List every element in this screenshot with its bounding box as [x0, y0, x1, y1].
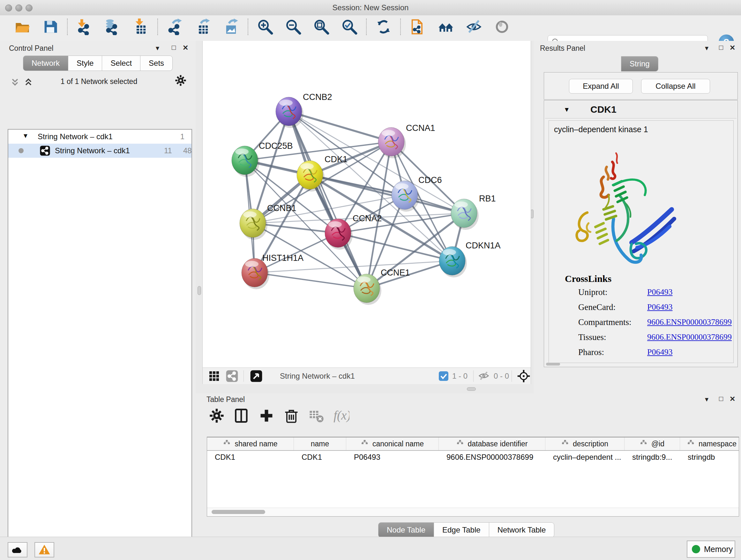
expand-all-networks-button[interactable] — [23, 77, 34, 87]
table-panel-close-icon[interactable]: ✕ — [730, 395, 735, 403]
cloud-sync-button[interactable] — [8, 542, 27, 557]
expand-all-button[interactable]: Expand All — [569, 79, 633, 94]
delete-column-button[interactable] — [283, 408, 300, 424]
import-network-file-button[interactable] — [76, 18, 93, 35]
zoom-fit-icon — [313, 18, 330, 35]
network-node-RB1[interactable]: RB1 — [451, 194, 496, 230]
import-table-file-button[interactable] — [132, 18, 149, 35]
table-panel-title: Table Panel — [206, 395, 245, 404]
zoom-selected-icon — [341, 18, 358, 35]
open-file-button[interactable] — [14, 18, 30, 35]
hidden-count-eye[interactable] — [478, 370, 490, 382]
left-split-divider[interactable] — [196, 41, 202, 384]
tab-select[interactable]: Select — [102, 56, 140, 71]
column-header-database-identifier[interactable]: database identifier — [439, 437, 545, 450]
show-columns-button[interactable] — [233, 408, 250, 424]
table-row[interactable]: CDK1CDK1P064939606.ENSP00000378699cyclin… — [207, 451, 739, 463]
import-network-database-button[interactable] — [105, 18, 121, 35]
control-panel-float-icon[interactable]: □ — [172, 44, 176, 52]
network-tree: ▼ String Network – cdk1 1 String Network… — [8, 129, 192, 560]
birdseye-view-button[interactable] — [250, 370, 263, 382]
crosslink-compartments-link[interactable]: 9606.ENSP00000378699 — [647, 317, 732, 327]
zoom-in-button[interactable] — [257, 18, 273, 35]
table-panel-float-icon[interactable]: □ — [719, 395, 723, 403]
control-panel-menu-icon[interactable]: ▾ — [156, 44, 159, 52]
table-cell: cyclin–dependent ... — [545, 451, 624, 463]
gene-collapse-triangle-icon[interactable]: ▼ — [563, 106, 570, 113]
fit-selected-button[interactable] — [517, 369, 531, 383]
column-header-description[interactable]: description — [545, 437, 624, 450]
show-all-button[interactable] — [494, 18, 510, 35]
network-view-canvas[interactable]: CCNB2CCNA1CDC25BCDK1CDC6RB1CCNB1CCNA2CDK… — [202, 41, 531, 368]
export-network-button[interactable] — [166, 18, 183, 35]
toolbar-group — [166, 18, 239, 35]
network-node-CDKN1A[interactable]: CDKN1A — [439, 241, 501, 277]
network-node-CCNE1[interactable]: CCNE1 — [354, 268, 410, 305]
results-panel-close-icon[interactable]: ✕ — [730, 44, 735, 52]
horizontal-split-divider[interactable] — [196, 384, 534, 393]
control-panel: Control Panel ▾ □ ✕ NetworkStyleSelectSe… — [0, 41, 196, 537]
import-table-file-icon — [132, 18, 149, 35]
grid-view-button[interactable] — [208, 370, 220, 382]
table-panel-menu-icon[interactable]: ▾ — [705, 395, 709, 403]
column-header--id[interactable]: @id — [624, 437, 680, 450]
column-header-namespace[interactable]: namespace — [680, 437, 739, 450]
results-panel-menu-icon[interactable]: ▾ — [705, 44, 709, 52]
left-divider-handle[interactable] — [198, 286, 201, 295]
add-column-button[interactable] — [258, 408, 275, 424]
zoom-fit-button[interactable] — [313, 18, 330, 35]
horizontal-divider-handle[interactable] — [467, 387, 476, 391]
network-row-selected[interactable]: String Network – cdk1 11 48 — [8, 144, 192, 158]
network-collection-row[interactable]: ▼ String Network – cdk1 1 — [8, 130, 192, 144]
tab-edge-table[interactable]: Edge Table — [434, 522, 489, 538]
column-header-shared-name[interactable]: shared name — [207, 437, 294, 450]
table-hscrollbar[interactable] — [207, 508, 739, 516]
zoom-out-button[interactable] — [285, 18, 301, 35]
import-network-file-icon — [76, 18, 93, 35]
results-hscroll-thumb[interactable] — [546, 363, 560, 366]
control-panel-tabs: NetworkStyleSelectSets — [23, 56, 173, 71]
new-network-from-selection-button[interactable] — [409, 18, 426, 35]
crosslink-uniprot-link[interactable]: P06493 — [647, 287, 672, 297]
tab-node-table[interactable]: Node Table — [378, 522, 434, 538]
network-view-toolbar: String Network – cdk1 1 - 0 0 - 0 — [202, 368, 531, 384]
selected-count-checkbox[interactable] — [439, 371, 448, 381]
tab-sets[interactable]: Sets — [140, 56, 173, 71]
column-header-canonical-name[interactable]: canonical name — [346, 437, 439, 450]
crosslink-tissues-link[interactable]: 9606.ENSP00000378699 — [647, 332, 732, 342]
save-session-button[interactable] — [42, 18, 59, 35]
current-network-dot-icon — [18, 148, 23, 153]
table-hscroll-thumb[interactable] — [212, 510, 265, 514]
network-node-CDC25B[interactable]: CDC25B — [232, 141, 293, 177]
collection-expand-triangle-icon[interactable]: ▼ — [22, 132, 29, 139]
crosslink-genecard-link[interactable]: P06493 — [647, 302, 672, 312]
tab-network-table[interactable]: Network Table — [489, 522, 555, 538]
table-settings-gear-button[interactable] — [208, 408, 225, 424]
node-label: CDK1 — [325, 154, 347, 164]
refresh-view-button[interactable] — [375, 18, 392, 35]
network-node-CCNA1[interactable]: CCNA1 — [378, 123, 435, 159]
right-divider-handle[interactable] — [531, 209, 534, 219]
column-header-name[interactable]: name — [294, 437, 346, 450]
results-panel-float-icon[interactable]: □ — [719, 44, 723, 52]
first-neighbors-button[interactable] — [437, 18, 454, 35]
memory-button[interactable]: Memory — [687, 541, 735, 558]
toolbar-separator — [157, 18, 158, 35]
collapse-all-networks-button[interactable] — [10, 77, 20, 87]
tab-style[interactable]: Style — [68, 56, 102, 71]
tab-string[interactable]: String — [621, 56, 658, 71]
network-view-mode-button[interactable] — [226, 370, 239, 382]
warnings-button[interactable] — [35, 542, 54, 557]
hide-selected-button[interactable] — [466, 18, 482, 35]
tab-network[interactable]: Network — [23, 56, 68, 71]
collapse-all-button[interactable]: Collapse All — [641, 79, 710, 94]
zoom-selected-button[interactable] — [341, 18, 358, 35]
export-table-button[interactable] — [195, 18, 211, 35]
collection-label: String Network – cdk1 — [38, 132, 113, 141]
gene-header-row[interactable]: ▼ CDK1 — [545, 102, 737, 118]
crosslink-pharos-link[interactable]: P06493 — [647, 348, 672, 357]
network-options-gear-button[interactable] — [174, 74, 187, 87]
control-panel-close-icon[interactable]: ✕ — [183, 44, 188, 52]
node-table: shared namenamecanonical namedatabase id… — [207, 437, 739, 516]
export-image-button[interactable] — [223, 18, 239, 35]
